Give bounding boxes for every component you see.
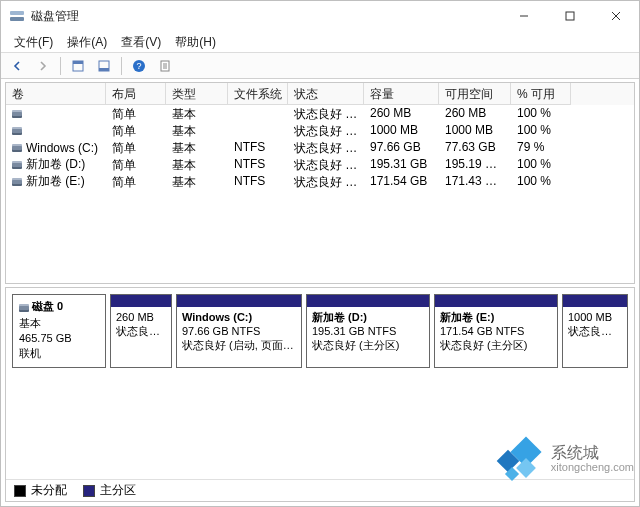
- volume-layout: 简单: [106, 139, 166, 156]
- disk-size: 465.75 GB: [19, 331, 99, 346]
- toolbar-separator: [121, 57, 122, 75]
- volume-icon: [12, 112, 22, 116]
- toolbar-separator: [60, 57, 61, 75]
- disk-type: 基本: [19, 316, 99, 331]
- disk-row[interactable]: 磁盘 0 基本 465.75 GB 联机 260 MB状态良好 (…Window…: [12, 294, 628, 368]
- partition[interactable]: Windows (C:)97.66 GB NTFS状态良好 (启动, 页面文件: [176, 294, 302, 368]
- partition[interactable]: 260 MB状态良好 (…: [110, 294, 172, 368]
- svg-rect-1: [10, 17, 24, 21]
- volume-name: 新加卷 (D:): [26, 156, 85, 173]
- partition-name: 新加卷 (D:): [312, 310, 424, 324]
- legend: 未分配 主分区: [6, 479, 634, 501]
- partition-status: 状态良好 (主分区): [312, 338, 424, 352]
- partition-size: 97.66 GB NTFS: [182, 324, 296, 338]
- volume-row[interactable]: 简单基本状态良好 (…1000 MB1000 MB100 %: [6, 122, 634, 139]
- maximize-button[interactable]: [547, 1, 593, 31]
- volume-type: 基本: [166, 139, 228, 156]
- partition[interactable]: 新加卷 (D:)195.31 GB NTFS状态良好 (主分区): [306, 294, 430, 368]
- partition-name: 新加卷 (E:): [440, 310, 552, 324]
- swatch-primary: [83, 485, 95, 497]
- volume-row[interactable]: Windows (C:)简单基本NTFS状态良好 (…97.66 GB77.63…: [6, 139, 634, 156]
- minimize-button[interactable]: [501, 1, 547, 31]
- volume-free: 1000 MB: [439, 122, 511, 139]
- svg-rect-7: [73, 61, 83, 64]
- legend-unallocated: 未分配: [14, 482, 67, 499]
- disk-label[interactable]: 磁盘 0 基本 465.75 GB 联机: [12, 294, 106, 368]
- svg-rect-0: [10, 11, 24, 15]
- menubar: 文件(F) 操作(A) 查看(V) 帮助(H): [1, 31, 639, 53]
- menu-action[interactable]: 操作(A): [60, 32, 114, 52]
- nav-back-button[interactable]: [5, 55, 29, 77]
- svg-text:?: ?: [136, 61, 141, 71]
- col-capacity[interactable]: 容量: [364, 83, 439, 105]
- col-status[interactable]: 状态: [288, 83, 364, 105]
- volume-layout: 简单: [106, 173, 166, 190]
- volume-pct: 100 %: [511, 122, 571, 139]
- volume-pct: 100 %: [511, 105, 571, 122]
- volume-type: 基本: [166, 156, 228, 173]
- partition[interactable]: 新加卷 (E:)171.54 GB NTFS状态良好 (主分区): [434, 294, 558, 368]
- volume-capacity: 1000 MB: [364, 122, 439, 139]
- volume-free: 77.63 GB: [439, 139, 511, 156]
- volume-layout: 简单: [106, 122, 166, 139]
- view-top-button[interactable]: [66, 55, 90, 77]
- volume-status: 状态良好 (…: [288, 139, 364, 156]
- volume-layout: 简单: [106, 105, 166, 122]
- menu-file[interactable]: 文件(F): [7, 32, 60, 52]
- volume-list-pane: 卷 布局 类型 文件系统 状态 容量 可用空间 % 可用 简单基本状态良好 (……: [5, 82, 635, 284]
- col-volume[interactable]: 卷: [6, 83, 106, 105]
- col-layout[interactable]: 布局: [106, 83, 166, 105]
- volume-icon: [12, 129, 22, 133]
- volume-row[interactable]: 新加卷 (E:)简单基本NTFS状态良好 (…171.54 GB171.43 ……: [6, 173, 634, 190]
- volume-pct: 100 %: [511, 156, 571, 173]
- volume-row[interactable]: 新加卷 (D:)简单基本NTFS状态良好 (…195.31 GB195.19 ……: [6, 156, 634, 173]
- col-free[interactable]: 可用空间: [439, 83, 511, 105]
- volume-free: 260 MB: [439, 105, 511, 122]
- volume-rows: 简单基本状态良好 (…260 MB260 MB100 %简单基本状态良好 (…1…: [6, 105, 634, 190]
- col-type[interactable]: 类型: [166, 83, 228, 105]
- disk-name: 磁盘 0: [32, 300, 63, 312]
- col-pct[interactable]: % 可用: [511, 83, 571, 105]
- volume-fs: NTFS: [228, 156, 288, 173]
- view-bottom-button[interactable]: [92, 55, 116, 77]
- partition-name: Windows (C:): [182, 310, 296, 324]
- partition-size: 195.31 GB NTFS: [312, 324, 424, 338]
- titlebar[interactable]: 磁盘管理: [1, 1, 639, 31]
- volume-fs: [228, 122, 288, 139]
- menu-view[interactable]: 查看(V): [114, 32, 168, 52]
- partition-size: 171.54 GB NTFS: [440, 324, 552, 338]
- volume-fs: NTFS: [228, 139, 288, 156]
- partition[interactable]: 1000 MB状态良好 (恢…: [562, 294, 628, 368]
- volume-status: 状态良好 (…: [288, 122, 364, 139]
- partition-status: 状态良好 (主分区): [440, 338, 552, 352]
- partition-size: 260 MB: [116, 310, 166, 324]
- partition-header: [177, 295, 301, 307]
- help-button[interactable]: ?: [127, 55, 151, 77]
- menu-help[interactable]: 帮助(H): [168, 32, 223, 52]
- partition-header: [563, 295, 627, 307]
- properties-button[interactable]: [153, 55, 177, 77]
- disk-icon: [19, 306, 29, 310]
- partition-header: [111, 295, 171, 307]
- volume-capacity: 260 MB: [364, 105, 439, 122]
- close-button[interactable]: [593, 1, 639, 31]
- nav-forward-button[interactable]: [31, 55, 55, 77]
- volume-type: 基本: [166, 122, 228, 139]
- app-icon: [9, 8, 25, 24]
- col-filesystem[interactable]: 文件系统: [228, 83, 288, 105]
- volume-icon: [12, 146, 22, 150]
- volume-pct: 79 %: [511, 139, 571, 156]
- volume-status: 状态良好 (…: [288, 156, 364, 173]
- volume-capacity: 97.66 GB: [364, 139, 439, 156]
- volume-row[interactable]: 简单基本状态良好 (…260 MB260 MB100 %: [6, 105, 634, 122]
- partition-status: 状态良好 (启动, 页面文件: [182, 338, 296, 352]
- volume-name: 新加卷 (E:): [26, 173, 85, 190]
- partition-header: [435, 295, 557, 307]
- volume-status: 状态良好 (…: [288, 105, 364, 122]
- volume-pct: 100 %: [511, 173, 571, 190]
- volume-capacity: 171.54 GB: [364, 173, 439, 190]
- partition-status: 状态良好 (…: [116, 324, 166, 338]
- partition-status: 状态良好 (恢…: [568, 324, 622, 338]
- volume-capacity: 195.31 GB: [364, 156, 439, 173]
- volume-list-header: 卷 布局 类型 文件系统 状态 容量 可用空间 % 可用: [6, 83, 634, 105]
